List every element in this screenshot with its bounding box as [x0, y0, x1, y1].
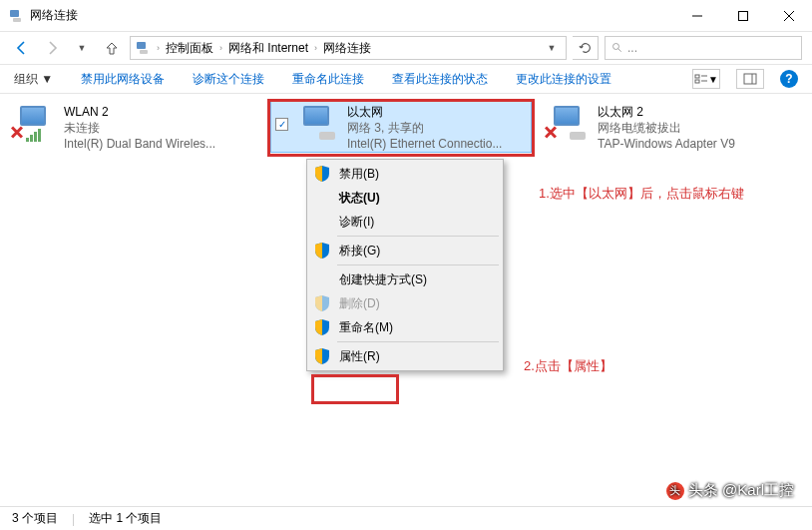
breadcrumb-sep: ›: [219, 43, 222, 53]
caption-controls: [674, 1, 812, 31]
ethernet-icon: [293, 104, 341, 144]
connection-name: 以太网 2: [598, 104, 735, 120]
content-area: WLAN 2 未连接 Intel(R) Dual Band Wireles...…: [0, 94, 812, 493]
status-count: 3 个项目: [12, 510, 58, 527]
annotation-box-2: [311, 374, 399, 404]
search-box[interactable]: ...: [605, 36, 802, 60]
toolbar: 组织 ▼ 禁用此网络设备 诊断这个连接 重命名此连接 查看此连接的状态 更改此连…: [0, 64, 812, 94]
wifi-bars-icon: [26, 129, 41, 142]
status-button[interactable]: 查看此连接的状态: [392, 71, 488, 88]
forward-button[interactable]: [40, 36, 64, 60]
shield-icon: [315, 348, 329, 364]
annotation-step1: 1.选中【以太网】后，点击鼠标右键: [539, 185, 744, 203]
shield-icon: [315, 166, 329, 182]
organize-button[interactable]: 组织 ▼: [14, 71, 53, 88]
rename-button[interactable]: 重命名此连接: [292, 71, 364, 88]
address-bar[interactable]: › 控制面板 › 网络和 Internet › 网络连接 ▼: [130, 36, 567, 60]
connection-device: TAP-Windows Adapter V9: [598, 136, 735, 152]
status-separator: |: [72, 512, 75, 526]
menu-diagnose[interactable]: 诊断(I): [309, 210, 501, 234]
address-row: ▼ › 控制面板 › 网络和 Internet › 网络连接 ▼ ...: [0, 32, 812, 64]
connection-name: WLAN 2: [64, 104, 215, 120]
help-button[interactable]: ?: [780, 70, 798, 88]
diagnose-button[interactable]: 诊断这个连接: [193, 71, 264, 88]
shield-icon: [315, 295, 329, 311]
preview-pane-button[interactable]: [736, 69, 764, 89]
connection-status: 网络 3, 共享的: [347, 120, 502, 136]
connection-device: Intel(R) Ethernet Connectio...: [347, 136, 502, 152]
watermark: 头 头条 @Karl工控: [666, 481, 794, 500]
breadcrumb-sep: ›: [314, 43, 317, 53]
svg-rect-10: [695, 75, 699, 78]
svg-rect-1: [13, 18, 21, 22]
status-bar: 3 个项目 | 选中 1 个项目: [0, 506, 812, 530]
svg-rect-14: [744, 74, 756, 84]
svg-rect-0: [10, 10, 19, 17]
recent-dropdown[interactable]: ▼: [70, 36, 94, 60]
connection-ethernet[interactable]: 以太网 网络 3, 共享的 Intel(R) Ethernet Connecti…: [293, 104, 553, 153]
svg-point-8: [613, 44, 619, 50]
maximize-button[interactable]: [720, 1, 766, 31]
selection-checkbox[interactable]: ✓: [275, 118, 288, 131]
search-placeholder: ...: [627, 41, 637, 55]
refresh-button[interactable]: [573, 36, 599, 60]
close-button[interactable]: [766, 1, 812, 31]
menu-rename[interactable]: 重命名(M): [309, 315, 501, 339]
shield-icon: [315, 243, 329, 259]
menu-disable[interactable]: 禁用(B): [309, 162, 501, 186]
menu-separator: [337, 341, 499, 342]
breadcrumb-level3[interactable]: 网络连接: [323, 40, 371, 57]
connection-name: 以太网: [347, 104, 502, 120]
wlan-icon: [10, 104, 58, 144]
plug-icon: [319, 132, 335, 140]
menu-bridge[interactable]: 桥接(G): [309, 239, 501, 263]
disabled-x-icon: [10, 126, 24, 140]
svg-rect-7: [140, 50, 148, 54]
view-icons-button[interactable]: ▼: [692, 69, 720, 89]
minimize-button[interactable]: [674, 1, 720, 31]
connection-ethernet2[interactable]: 以太网 2 网络电缆被拔出 TAP-Windows Adapter V9: [544, 104, 795, 153]
context-menu: 禁用(B) 状态(U) 诊断(I) 桥接(G) 创建快捷方式(S) 删除(D) …: [306, 159, 504, 371]
svg-line-9: [618, 49, 621, 52]
menu-delete: 删除(D): [309, 291, 501, 315]
menu-properties[interactable]: 属性(R): [309, 344, 501, 368]
network-icon: [8, 8, 24, 24]
menu-shortcut[interactable]: 创建快捷方式(S): [309, 267, 501, 291]
menu-separator: [337, 236, 499, 237]
disable-device-button[interactable]: 禁用此网络设备: [81, 71, 165, 88]
status-selected: 选中 1 个项目: [89, 510, 162, 527]
watermark-icon: 头: [666, 482, 684, 500]
breadcrumb-level1[interactable]: 控制面板: [166, 40, 213, 57]
svg-rect-3: [739, 11, 748, 20]
search-icon: [611, 42, 623, 54]
breadcrumb-sep: ›: [157, 43, 160, 53]
shield-icon: [315, 319, 329, 335]
svg-rect-11: [695, 80, 699, 83]
annotation-step2: 2.点击【属性】: [524, 357, 612, 375]
window-title: 网络连接: [30, 7, 674, 24]
connection-status: 未连接: [64, 120, 215, 136]
address-dropdown[interactable]: ▼: [542, 43, 562, 53]
connection-device: Intel(R) Dual Band Wireles...: [64, 136, 215, 152]
ethernet-icon: [544, 104, 592, 144]
connection-wlan2[interactable]: WLAN 2 未连接 Intel(R) Dual Band Wireles...: [10, 104, 261, 153]
settings-button[interactable]: 更改此连接的设置: [516, 71, 611, 88]
disabled-x-icon: [544, 126, 558, 140]
breadcrumb-level2[interactable]: 网络和 Internet: [228, 40, 308, 57]
menu-separator: [337, 265, 499, 265]
menu-state[interactable]: 状态(U): [309, 186, 501, 210]
titlebar: 网络连接: [0, 0, 812, 32]
plug-icon: [570, 132, 586, 140]
svg-rect-6: [137, 42, 146, 49]
up-button[interactable]: [100, 36, 124, 60]
network-icon: [135, 40, 151, 56]
back-button[interactable]: [10, 36, 34, 60]
connection-status: 网络电缆被拔出: [598, 120, 735, 136]
